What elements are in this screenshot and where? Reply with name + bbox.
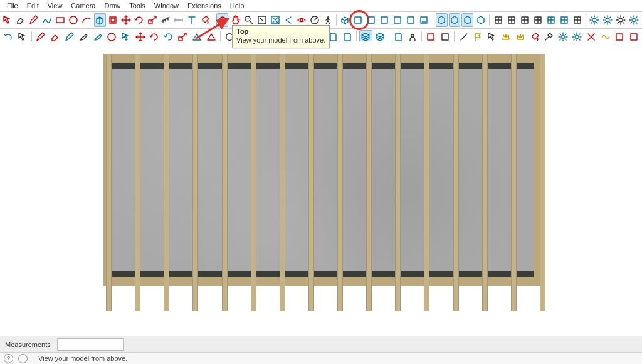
tool-face3[interactable] bbox=[461, 13, 473, 27]
joist bbox=[135, 54, 140, 311]
joist bbox=[395, 54, 401, 311]
tool-pushpull[interactable] bbox=[94, 13, 106, 27]
tool-comp7[interactable] bbox=[571, 13, 583, 27]
menu-edit[interactable]: Edit bbox=[23, 2, 43, 9]
menu-file[interactable]: File bbox=[3, 2, 23, 9]
joists bbox=[103, 54, 542, 311]
tool-iso[interactable] bbox=[339, 13, 351, 27]
measurements-input[interactable] bbox=[57, 338, 124, 351]
menu-draw[interactable]: Draw bbox=[100, 2, 125, 9]
tool-ext1[interactable] bbox=[589, 13, 601, 27]
tool-tape[interactable] bbox=[160, 13, 172, 27]
tool-right[interactable] bbox=[379, 13, 391, 27]
joist bbox=[106, 54, 112, 311]
tool-back[interactable] bbox=[392, 13, 404, 27]
joist bbox=[424, 54, 429, 311]
tool-select[interactable] bbox=[2, 13, 14, 27]
status-hint: View your model from above. bbox=[38, 355, 127, 362]
joist bbox=[164, 54, 169, 311]
joist bbox=[453, 54, 459, 311]
tool-front[interactable] bbox=[366, 13, 377, 27]
tool-orbit[interactable] bbox=[216, 13, 228, 27]
tool-ext4[interactable] bbox=[628, 13, 640, 27]
menu-view[interactable]: View bbox=[43, 2, 67, 9]
status-bar: ? i View your model from above. bbox=[0, 352, 642, 364]
info-icon[interactable]: i bbox=[18, 354, 28, 363]
tool-paint[interactable] bbox=[199, 13, 211, 27]
toolbar-separator bbox=[586, 14, 586, 26]
tool-rotate[interactable] bbox=[134, 13, 145, 27]
tool-arc[interactable] bbox=[81, 13, 93, 27]
help-icon[interactable]: ? bbox=[4, 354, 13, 363]
tool-comp2[interactable] bbox=[505, 13, 517, 27]
joist bbox=[540, 54, 545, 311]
tool-line[interactable] bbox=[28, 13, 40, 27]
joist bbox=[482, 54, 488, 311]
joist bbox=[308, 54, 314, 311]
tool-ext2[interactable] bbox=[602, 13, 614, 27]
tooltip-title: Top bbox=[236, 27, 325, 36]
tool-scale[interactable] bbox=[147, 13, 159, 27]
toolbar-separator bbox=[433, 14, 433, 26]
viewport[interactable] bbox=[0, 41, 642, 336]
tool-text[interactable] bbox=[186, 13, 198, 27]
tool-offset[interactable] bbox=[107, 13, 119, 27]
tool-comp1[interactable] bbox=[492, 13, 504, 27]
model bbox=[103, 54, 542, 311]
joist bbox=[337, 54, 343, 311]
measurements-label: Measurements bbox=[5, 341, 51, 348]
tool-eraser[interactable] bbox=[15, 13, 27, 27]
tool-face2[interactable] bbox=[449, 13, 461, 27]
tool-circle[interactable] bbox=[68, 13, 80, 27]
tool-rect[interactable] bbox=[55, 13, 66, 27]
tool-comp4[interactable] bbox=[532, 13, 544, 27]
joist bbox=[192, 54, 198, 311]
tool-freehand[interactable] bbox=[41, 13, 53, 27]
tool-ext3[interactable] bbox=[615, 13, 627, 27]
toolbar-separator bbox=[336, 14, 337, 26]
tool-comp5[interactable] bbox=[545, 13, 557, 27]
tool-comp3[interactable] bbox=[518, 13, 530, 27]
joist bbox=[280, 54, 285, 311]
tool-dimension[interactable] bbox=[173, 13, 185, 27]
toolbar-separator bbox=[489, 14, 490, 26]
menu-help[interactable]: Help bbox=[226, 2, 249, 9]
tool-face4[interactable] bbox=[475, 13, 487, 27]
tooltip-desc: View your model from above. bbox=[236, 36, 325, 44]
menu-tools[interactable]: Tools bbox=[125, 2, 150, 9]
tool-left[interactable] bbox=[405, 13, 417, 27]
menu-extensions[interactable]: Extensions bbox=[183, 2, 226, 9]
joist bbox=[366, 54, 372, 311]
toolbar-separator bbox=[214, 14, 214, 26]
tool-comp6[interactable] bbox=[558, 13, 570, 27]
joist bbox=[222, 54, 228, 311]
joist bbox=[251, 54, 256, 311]
statusbar-separator bbox=[33, 355, 33, 362]
menu-camera[interactable]: Camera bbox=[66, 2, 100, 9]
menu-bar: FileEditViewCameraDrawToolsWindowExtensi… bbox=[0, 0, 642, 12]
joist bbox=[511, 54, 517, 311]
tool-bottom[interactable] bbox=[418, 13, 430, 27]
measurements-panel: Measurements bbox=[0, 336, 642, 353]
tool-move[interactable] bbox=[120, 13, 132, 27]
tooltip: Top View your model from above. bbox=[232, 25, 330, 48]
tool-top[interactable] bbox=[352, 13, 364, 27]
tool-face1[interactable] bbox=[436, 13, 448, 27]
menu-window[interactable]: Window bbox=[150, 2, 183, 9]
